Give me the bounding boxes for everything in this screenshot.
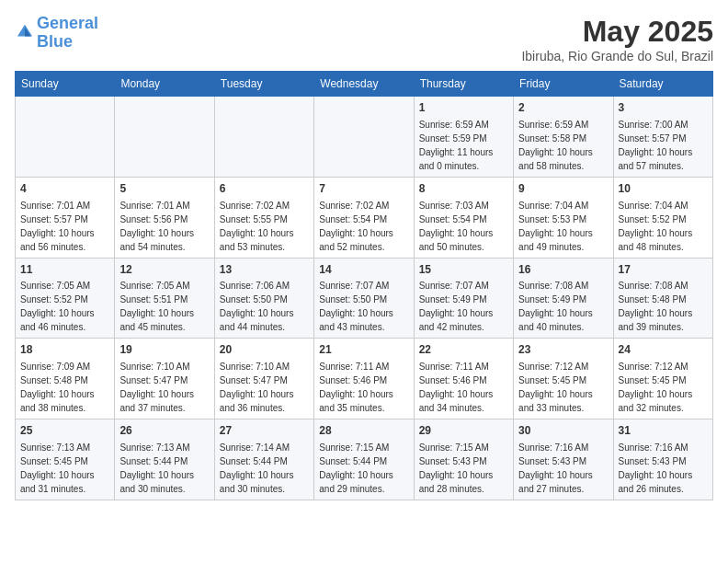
- calendar-cell: 5Sunrise: 7:01 AM Sunset: 5:56 PM Daylig…: [115, 177, 214, 258]
- calendar-cell: 19Sunrise: 7:10 AM Sunset: 5:47 PM Dayli…: [115, 339, 214, 419]
- day-header: Friday: [514, 72, 613, 97]
- day-number: 3: [619, 100, 708, 116]
- calendar-cell: 7Sunrise: 7:02 AM Sunset: 5:54 PM Daylig…: [314, 177, 414, 258]
- day-number: 11: [20, 262, 109, 278]
- calendar-cell: 13Sunrise: 7:06 AM Sunset: 5:50 PM Dayli…: [214, 258, 313, 339]
- day-info: Sunrise: 7:04 AM Sunset: 5:53 PM Dayligh…: [518, 201, 593, 252]
- svg-marker-1: [25, 27, 30, 36]
- day-number: 2: [518, 100, 608, 116]
- calendar-cell: 18Sunrise: 7:09 AM Sunset: 5:48 PM Dayli…: [16, 339, 115, 419]
- calendar-week-row: 18Sunrise: 7:09 AM Sunset: 5:48 PM Dayli…: [16, 339, 713, 419]
- day-info: Sunrise: 7:13 AM Sunset: 5:45 PM Dayligh…: [20, 442, 95, 494]
- day-info: Sunrise: 7:09 AM Sunset: 5:48 PM Dayligh…: [20, 362, 95, 413]
- day-info: Sunrise: 7:11 AM Sunset: 5:46 PM Dayligh…: [419, 362, 494, 413]
- days-header-row: SundayMondayTuesdayWednesdayThursdayFrid…: [16, 72, 713, 97]
- calendar-cell: 9Sunrise: 7:04 AM Sunset: 5:53 PM Daylig…: [514, 177, 613, 258]
- day-number: 18: [20, 342, 109, 358]
- day-info: Sunrise: 7:07 AM Sunset: 5:49 PM Dayligh…: [419, 281, 494, 332]
- day-number: 28: [319, 423, 408, 439]
- calendar-cell: 17Sunrise: 7:08 AM Sunset: 5:48 PM Dayli…: [613, 258, 712, 339]
- calendar-cell: 27Sunrise: 7:14 AM Sunset: 5:44 PM Dayli…: [214, 419, 313, 500]
- day-info: Sunrise: 7:11 AM Sunset: 5:46 PM Dayligh…: [319, 362, 393, 413]
- day-number: 31: [619, 423, 708, 439]
- calendar-cell: 22Sunrise: 7:11 AM Sunset: 5:46 PM Dayli…: [414, 339, 513, 419]
- day-info: Sunrise: 7:04 AM Sunset: 5:52 PM Dayligh…: [619, 201, 693, 252]
- calendar-cell: 15Sunrise: 7:07 AM Sunset: 5:49 PM Dayli…: [414, 258, 513, 339]
- calendar-week-row: 11Sunrise: 7:05 AM Sunset: 5:52 PM Dayli…: [16, 258, 713, 339]
- calendar-cell: [214, 97, 313, 178]
- day-info: Sunrise: 7:08 AM Sunset: 5:48 PM Dayligh…: [619, 281, 693, 332]
- calendar-cell: 6Sunrise: 7:02 AM Sunset: 5:55 PM Daylig…: [214, 177, 313, 258]
- calendar-cell: 20Sunrise: 7:10 AM Sunset: 5:47 PM Dayli…: [214, 339, 313, 419]
- day-number: 21: [319, 342, 408, 358]
- day-info: Sunrise: 7:08 AM Sunset: 5:49 PM Dayligh…: [518, 281, 593, 332]
- logo-icon: [17, 23, 33, 40]
- day-info: Sunrise: 7:00 AM Sunset: 5:57 PM Dayligh…: [619, 120, 693, 171]
- calendar-cell: 16Sunrise: 7:08 AM Sunset: 5:49 PM Dayli…: [514, 258, 613, 339]
- day-number: 20: [220, 342, 309, 358]
- day-number: 17: [619, 262, 708, 278]
- day-info: Sunrise: 7:15 AM Sunset: 5:43 PM Dayligh…: [419, 442, 494, 494]
- calendar-week-row: 25Sunrise: 7:13 AM Sunset: 5:45 PM Dayli…: [16, 419, 713, 500]
- day-header: Sunday: [16, 72, 115, 97]
- day-info: Sunrise: 7:12 AM Sunset: 5:45 PM Dayligh…: [518, 362, 593, 413]
- day-info: Sunrise: 7:10 AM Sunset: 5:47 PM Dayligh…: [220, 362, 294, 413]
- day-number: 12: [119, 262, 209, 278]
- day-info: Sunrise: 7:10 AM Sunset: 5:47 PM Dayligh…: [119, 362, 194, 413]
- day-number: 10: [619, 181, 708, 197]
- calendar-cell: 28Sunrise: 7:15 AM Sunset: 5:44 PM Dayli…: [314, 419, 414, 500]
- day-info: Sunrise: 7:16 AM Sunset: 5:43 PM Dayligh…: [518, 442, 593, 494]
- day-number: 22: [419, 342, 508, 358]
- day-number: 19: [119, 342, 209, 358]
- calendar-cell: 30Sunrise: 7:16 AM Sunset: 5:43 PM Dayli…: [514, 419, 613, 500]
- day-info: Sunrise: 7:01 AM Sunset: 5:56 PM Dayligh…: [119, 201, 194, 252]
- calendar-cell: [16, 97, 115, 178]
- day-header: Monday: [115, 72, 214, 97]
- day-info: Sunrise: 7:15 AM Sunset: 5:44 PM Dayligh…: [319, 442, 393, 494]
- day-number: 16: [518, 262, 608, 278]
- logo: GeneralBlue: [15, 15, 98, 52]
- day-number: 9: [518, 181, 608, 197]
- calendar-cell: 10Sunrise: 7:04 AM Sunset: 5:52 PM Dayli…: [613, 177, 712, 258]
- day-number: 25: [20, 423, 109, 439]
- calendar-cell: 21Sunrise: 7:11 AM Sunset: 5:46 PM Dayli…: [314, 339, 414, 419]
- day-info: Sunrise: 7:16 AM Sunset: 5:43 PM Dayligh…: [619, 442, 693, 494]
- calendar-cell: 3Sunrise: 7:00 AM Sunset: 5:57 PM Daylig…: [613, 97, 712, 178]
- calendar-cell: 31Sunrise: 7:16 AM Sunset: 5:43 PM Dayli…: [613, 419, 712, 500]
- day-number: 6: [220, 181, 309, 197]
- day-header: Saturday: [613, 72, 712, 97]
- day-number: 29: [419, 423, 508, 439]
- calendar-cell: 4Sunrise: 7:01 AM Sunset: 5:57 PM Daylig…: [16, 177, 115, 258]
- day-info: Sunrise: 7:02 AM Sunset: 5:55 PM Dayligh…: [220, 201, 294, 252]
- title-block: May 2025 Ibiruba, Rio Grande do Sul, Bra…: [521, 15, 713, 63]
- day-info: Sunrise: 7:14 AM Sunset: 5:44 PM Dayligh…: [220, 442, 294, 494]
- calendar-cell: 26Sunrise: 7:13 AM Sunset: 5:44 PM Dayli…: [115, 419, 214, 500]
- day-number: 24: [619, 342, 708, 358]
- day-number: 30: [518, 423, 608, 439]
- day-info: Sunrise: 6:59 AM Sunset: 5:59 PM Dayligh…: [419, 120, 494, 171]
- day-number: 23: [518, 342, 608, 358]
- calendar-cell: 24Sunrise: 7:12 AM Sunset: 5:45 PM Dayli…: [613, 339, 712, 419]
- day-number: 26: [119, 423, 209, 439]
- calendar-week-row: 4Sunrise: 7:01 AM Sunset: 5:57 PM Daylig…: [16, 177, 713, 258]
- calendar-cell: 14Sunrise: 7:07 AM Sunset: 5:50 PM Dayli…: [314, 258, 414, 339]
- day-header: Tuesday: [214, 72, 313, 97]
- day-number: 7: [319, 181, 408, 197]
- calendar-cell: 1Sunrise: 6:59 AM Sunset: 5:59 PM Daylig…: [414, 97, 513, 178]
- calendar-cell: 8Sunrise: 7:03 AM Sunset: 5:54 PM Daylig…: [414, 177, 513, 258]
- day-info: Sunrise: 7:06 AM Sunset: 5:50 PM Dayligh…: [220, 281, 294, 332]
- calendar-table: SundayMondayTuesdayWednesdayThursdayFrid…: [15, 71, 713, 500]
- day-number: 5: [119, 181, 209, 197]
- calendar-cell: 29Sunrise: 7:15 AM Sunset: 5:43 PM Dayli…: [414, 419, 513, 500]
- calendar-week-row: 1Sunrise: 6:59 AM Sunset: 5:59 PM Daylig…: [16, 97, 713, 178]
- day-info: Sunrise: 7:05 AM Sunset: 5:51 PM Dayligh…: [119, 281, 194, 332]
- day-info: Sunrise: 7:05 AM Sunset: 5:52 PM Dayligh…: [20, 281, 95, 332]
- day-number: 4: [20, 181, 109, 197]
- location: Ibiruba, Rio Grande do Sul, Brazil: [521, 49, 713, 63]
- day-info: Sunrise: 7:07 AM Sunset: 5:50 PM Dayligh…: [319, 281, 393, 332]
- calendar-cell: 2Sunrise: 6:59 AM Sunset: 5:58 PM Daylig…: [514, 97, 613, 178]
- calendar-cell: [314, 97, 414, 178]
- day-number: 1: [419, 100, 508, 116]
- day-info: Sunrise: 7:13 AM Sunset: 5:44 PM Dayligh…: [119, 442, 194, 494]
- day-number: 14: [319, 262, 408, 278]
